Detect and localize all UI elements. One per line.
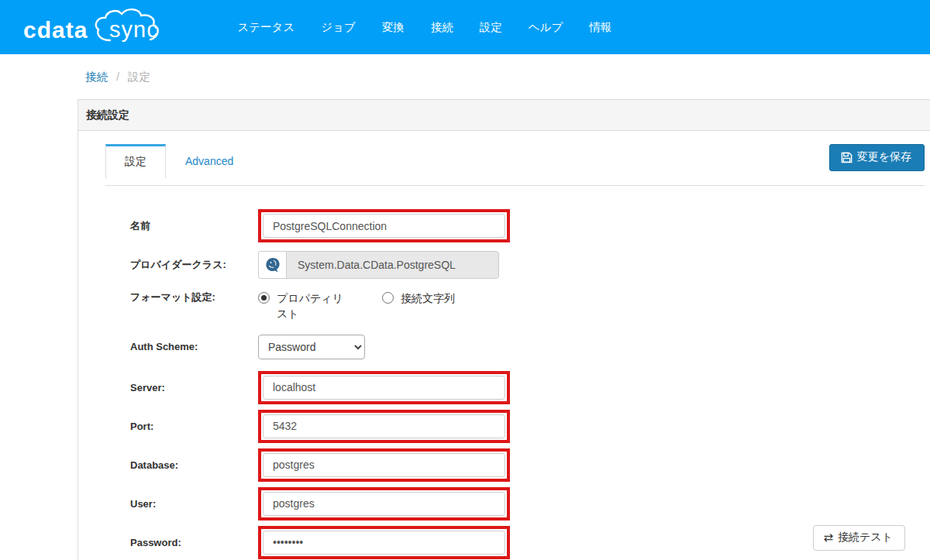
database-label: Database: [130, 459, 258, 471]
top-navbar: cdata sync ステータス ジョブ 変換 接続 設定 ヘルプ 情報 [0, 0, 930, 54]
server-label: Server: [130, 382, 258, 393]
save-button-label: 変更を保存 [857, 150, 911, 164]
database-input[interactable] [263, 453, 505, 477]
radio-property-list[interactable]: プロパティリスト [258, 290, 354, 322]
password-highlight-box [258, 526, 510, 559]
radio-connection-string[interactable]: 接続文字列 [382, 290, 455, 322]
logo-brand-text: cdata [23, 19, 88, 46]
name-label: 名前 [130, 219, 258, 233]
password-label: Password: [130, 537, 258, 548]
auth-scheme-select[interactable]: Password [258, 335, 365, 359]
password-input[interactable] [263, 531, 505, 555]
form-row-server: Server: [130, 371, 925, 404]
form-row-auth-scheme: Auth Scheme: Password [130, 335, 925, 359]
nav-item-jobs[interactable]: ジョブ [308, 14, 369, 41]
nav-item-connections[interactable]: 接続 [418, 14, 467, 41]
form-row-database: Database: [130, 448, 925, 482]
breadcrumb-link-connections[interactable]: 接続 [85, 70, 108, 83]
form-row-password: Password: [130, 526, 925, 559]
test-connection-area: ⇄ 接続テスト [813, 525, 905, 551]
connection-settings-panel: 接続設定 設定 Advanced 変更を保存 名前 [78, 99, 930, 560]
format-label: フォーマット設定: [130, 289, 258, 304]
panel-body: 設定 Advanced 変更を保存 名前 [78, 131, 930, 559]
breadcrumb-separator: / [116, 70, 119, 83]
name-input[interactable] [263, 214, 505, 238]
main-nav: ステータス ジョブ 変換 接続 設定 ヘルプ 情報 [224, 14, 625, 41]
panel-title: 接続設定 [78, 100, 930, 131]
user-highlight-box [258, 487, 510, 520]
user-input[interactable] [263, 492, 505, 516]
form-row-format: フォーマット設定: プロパティリスト 接続文字列 [130, 289, 925, 322]
radio-property-list-label: プロパティリスト [277, 290, 354, 322]
provider-class-value: System.Data.CData.PostgreSQL [286, 251, 499, 279]
save-floppy-icon [841, 152, 852, 163]
server-input[interactable] [263, 376, 505, 400]
test-connection-label: 接続テスト [838, 531, 893, 545]
format-radio-group: プロパティリスト 接続文字列 [258, 289, 455, 322]
nav-item-settings[interactable]: 設定 [467, 14, 515, 41]
tab-bar: 設定 Advanced 変更を保存 [105, 144, 925, 186]
cdata-sync-logo[interactable]: cdata sync [23, 8, 165, 46]
svg-text:sync: sync [109, 17, 159, 42]
form-row-name: 名前 [130, 209, 925, 242]
connection-form: 名前 プロバイダークラス: System.Data.CDa [130, 209, 925, 559]
tab-settings[interactable]: 設定 [105, 144, 166, 179]
server-highlight-box [258, 371, 510, 404]
name-highlight-box [258, 209, 510, 242]
cloud-icon: sync [91, 8, 165, 43]
auth-scheme-label: Auth Scheme: [130, 341, 258, 352]
database-highlight-box [258, 448, 510, 482]
breadcrumb: 接続 / 設定 [85, 70, 930, 85]
nav-item-info[interactable]: 情報 [576, 14, 625, 41]
tab-advanced[interactable]: Advanced [166, 144, 253, 179]
form-row-user: User: [130, 487, 925, 520]
test-connection-button[interactable]: ⇄ 接続テスト [813, 525, 905, 551]
form-row-port: Port: [130, 410, 925, 443]
provider-field: System.Data.CData.PostgreSQL [258, 251, 499, 279]
port-label: Port: [130, 421, 258, 432]
port-highlight-box [258, 410, 510, 443]
port-input[interactable] [263, 414, 505, 438]
user-label: User: [130, 498, 258, 510]
breadcrumb-current-settings: 設定 [128, 70, 150, 83]
nav-item-transform[interactable]: 変換 [369, 14, 418, 41]
radio-selected-icon[interactable] [258, 292, 270, 304]
transfer-arrows-icon: ⇄ [823, 531, 833, 545]
form-row-provider: プロバイダークラス: System.Data.CData.PostgreSQL [130, 248, 925, 281]
save-changes-button[interactable]: 変更を保存 [829, 144, 925, 171]
logo-cloud-sync: sync [91, 8, 165, 46]
radio-connection-string-label: 接続文字列 [401, 290, 455, 306]
postgresql-elephant-icon [258, 251, 286, 279]
nav-item-help[interactable]: ヘルプ [515, 14, 577, 41]
radio-unselected-icon[interactable] [382, 292, 394, 304]
provider-label: プロバイダークラス: [130, 258, 258, 272]
nav-item-status[interactable]: ステータス [224, 14, 308, 41]
